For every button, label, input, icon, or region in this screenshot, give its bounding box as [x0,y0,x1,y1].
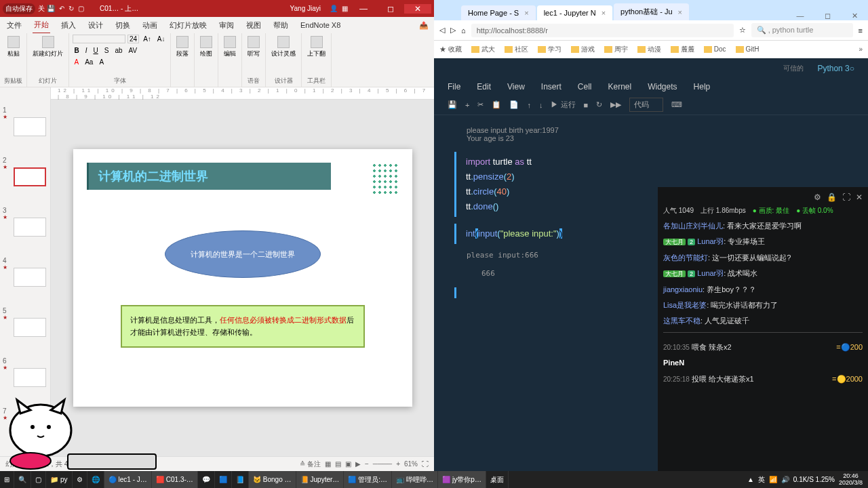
start-button[interactable]: ⊞ [0,471,14,488]
thumb-7[interactable]: 7★ [3,391,47,437]
design-ideas-button[interactable]: 设计灵感 [270,35,297,60]
home-button[interactable]: ⌂ [461,26,466,35]
zoom-in-button[interactable]: + [396,460,400,468]
taskview-button[interactable]: ▢ [31,471,46,488]
tab-slideshow[interactable]: 幻灯片放映 [168,18,208,33]
tab-insert[interactable]: 插入 [60,18,77,33]
autosave-toggle[interactable]: 关 [38,4,45,14]
system-tray[interactable]: ▲ 英 📶 🔊 0.1K/S 1.25% 20:462020/3/8 [742,473,868,487]
updown-button[interactable]: 上下翻 [306,35,327,60]
forward-button[interactable]: ▷ [450,26,456,35]
task-wechat[interactable]: 💬 [198,471,215,488]
text-box[interactable]: 计算机是信息处理的工具，任何信息必须被转换成二进制形式数据后才能由计算机进行处理… [121,305,365,348]
task-bilibili[interactable]: 📺 哔哩哔… [392,471,438,488]
minimize-button[interactable]: — [787,12,814,20]
zoom-level[interactable]: 61% [404,460,418,468]
minimize-button[interactable]: — [350,4,377,14]
view-normal-icon[interactable]: ▦ [325,460,331,468]
add-cell-icon[interactable]: + [465,101,469,109]
language[interactable]: 中文(中国) [87,460,119,469]
task-vscode[interactable]: 🟦 [215,471,232,488]
save-icon[interactable]: 💾 [448,100,457,109]
explorer-button[interactable]: 📁 py [46,471,73,488]
run-button[interactable]: ▶ 运行 [551,100,575,110]
thumb-2[interactable]: 2★ [3,140,47,186]
paste-button[interactable]: 粘贴 [6,35,21,60]
thumb-4[interactable]: 4★ [3,241,47,287]
browser-tab-3[interactable]: python基础 - Ju× [614,3,689,20]
tab-transition[interactable]: 切换 [114,18,132,33]
bookmark-folder[interactable]: 动漫 [637,45,661,54]
bookmark-folder[interactable]: 周宇 [604,45,628,54]
zoom-out-button[interactable]: − [365,460,369,468]
new-slide-button[interactable]: 新建幻灯片 [31,35,64,60]
oval-shape[interactable]: 计算机的世界是一个二进制世界 [165,230,321,278]
browser-tab-1[interactable]: Home Page - S× [461,5,536,20]
dictate-button[interactable]: 听写 [246,35,261,60]
undo-icon[interactable]: ↶ [59,5,64,12]
share-button[interactable]: 📤 [419,21,429,30]
menu-icon[interactable]: ≡ [859,26,863,35]
bookmark-folder[interactable]: 游戏 [571,45,595,54]
stop-icon[interactable]: ■ [584,101,589,109]
fastforward-icon[interactable]: ▶▶ [610,100,621,109]
draw-button[interactable]: 绘图 [199,35,214,60]
show-desktop[interactable]: 桌面 [486,471,509,488]
task-bongo[interactable]: 🐱 Bongo … [249,471,296,488]
avatar-icon[interactable]: 👤 [330,5,338,12]
menu-insert[interactable]: Insert [541,82,561,92]
tray-icon[interactable]: ▲ [747,476,754,483]
menu-cell[interactable]: Cell [578,82,592,92]
menu-widgets[interactable]: Widgets [648,82,677,92]
settings-icon[interactable]: ⚙ [814,192,821,202]
bookmark-folder[interactable]: 武大 [471,45,495,54]
menu-help[interactable]: Help [694,82,711,92]
clock[interactable]: 20:462020/3/8 [839,473,863,487]
search-button[interactable]: 🔍 [14,471,31,488]
slideshow-icon[interactable]: ▢ [78,5,84,12]
task-lec1[interactable]: 🔵 lec1 - J… [104,471,152,488]
cut-icon[interactable]: ✂ [477,100,484,109]
thumb-5[interactable]: 5★ [3,291,47,337]
volume-icon[interactable]: 🔊 [781,476,789,483]
close-icon[interactable]: × [601,9,606,17]
url-input[interactable]: http://localhost:8888/r [471,24,734,37]
tab-view[interactable]: 视图 [245,18,262,33]
save-icon[interactable]: 💾 [47,5,55,12]
slide-canvas[interactable]: 计算机的二进制世界 计算机的世界是一个二进制世界 计算机是信息处理的工具，任何信… [73,149,412,407]
task-jupyter[interactable]: 📙 Jupyter… [296,471,344,488]
more-icon[interactable]: » [859,45,863,53]
view-slideshow-icon[interactable]: ▶ [355,460,361,468]
menu-view[interactable]: View [507,82,525,92]
edit-button[interactable]: 编辑 [222,35,237,60]
menu-file[interactable]: File [448,82,460,92]
tab-animation[interactable]: 动画 [141,18,159,33]
redo-icon[interactable]: ↻ [68,5,74,12]
expand-icon[interactable]: ⛶ [842,192,850,202]
bookmark-folder[interactable]: GitH [736,45,760,53]
ribbon-mode-icon[interactable]: ▦ [342,5,348,12]
maximize-button[interactable]: ◻ [814,12,841,20]
task-ppt[interactable]: 🟥 C01.3-… [152,471,198,488]
thumb-1[interactable]: 1★ [3,90,47,136]
tab-file[interactable]: 文件 [5,18,23,33]
maximize-button[interactable]: ◻ [377,4,404,14]
menu-edit[interactable]: Edit [477,82,491,92]
tab-help[interactable]: 帮助 [272,18,290,33]
search-input[interactable]: 🔍 , python turtle [751,23,853,37]
bookmark-folder[interactable]: 社区 [505,45,528,54]
close-button[interactable]: ✕ [841,12,868,20]
back-button[interactable]: ◁ [439,26,445,35]
close-icon[interactable]: ✕ [856,192,863,202]
restart-icon[interactable]: ↻ [596,100,602,109]
bookmark-folder[interactable]: 学习 [538,45,561,54]
move-up-icon[interactable]: ↑ [527,101,531,109]
browser-tab-2[interactable]: lec1 - Jupyter N× [537,5,612,20]
copy-icon[interactable]: 📋 [492,100,501,109]
task-admin[interactable]: 🟦 管理员:… [344,471,392,488]
view-reading-icon[interactable]: ▣ [345,460,351,468]
menu-kernel[interactable]: Kernel [608,82,632,92]
slide-title[interactable]: 计算机的二进制世界 [87,163,331,190]
bookmark-folder[interactable]: 麓麓 [671,45,694,54]
tab-home[interactable]: 开始 [33,17,50,34]
